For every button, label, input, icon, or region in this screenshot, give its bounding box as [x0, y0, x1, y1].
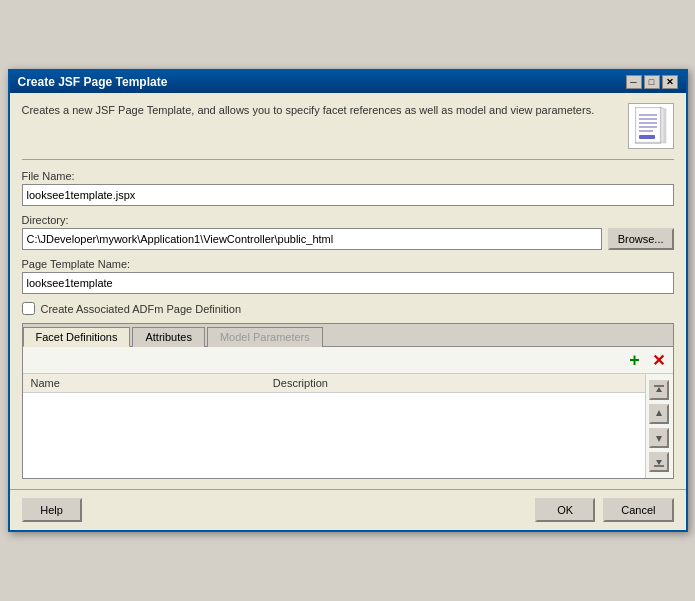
tab-model-parameters: Model Parameters	[207, 327, 323, 347]
checkbox-row: Create Associated ADFm Page Definition	[22, 302, 674, 315]
maximize-button[interactable]: □	[644, 75, 660, 89]
cancel-button[interactable]: Cancel	[603, 498, 673, 522]
move-down-button[interactable]	[649, 428, 669, 448]
description-row: Creates a new JSF Page Template, and all…	[22, 103, 674, 149]
move-up-button[interactable]	[649, 404, 669, 424]
move-bottom-button[interactable]	[649, 452, 669, 472]
svg-marker-13	[656, 436, 662, 442]
svg-marker-14	[656, 460, 662, 465]
remove-button[interactable]: ✕	[649, 350, 669, 370]
adfm-checkbox[interactable]	[22, 302, 35, 315]
file-name-label: File Name:	[22, 170, 674, 182]
dialog-title: Create JSF Page Template	[18, 75, 168, 89]
page-template-name-input[interactable]	[22, 272, 674, 294]
title-bar: Create JSF Page Template ─ □ ✕	[10, 71, 686, 93]
col-description-header: Description	[265, 374, 645, 393]
tabs-container: Facet Definitions Attributes Model Param…	[22, 323, 674, 479]
svg-marker-12	[656, 410, 662, 416]
directory-group: Directory: Browse...	[22, 214, 674, 250]
close-button[interactable]: ✕	[662, 75, 678, 89]
tab-attributes[interactable]: Attributes	[132, 327, 204, 347]
dialog-window: Create JSF Page Template ─ □ ✕ Creates a…	[8, 69, 688, 532]
data-table: Name Description	[23, 374, 645, 478]
footer-right-buttons: OK Cancel	[535, 498, 673, 522]
title-bar-buttons: ─ □ ✕	[626, 75, 678, 89]
svg-marker-11	[656, 387, 662, 392]
dialog-footer: Help OK Cancel	[10, 489, 686, 530]
document-icon	[628, 103, 674, 149]
directory-row: Browse...	[22, 228, 674, 250]
directory-input[interactable]	[22, 228, 602, 250]
browse-button[interactable]: Browse...	[608, 228, 674, 250]
add-button[interactable]: +	[625, 350, 645, 370]
description-text: Creates a new JSF Page Template, and all…	[22, 103, 616, 118]
svg-rect-7	[639, 135, 655, 139]
page-template-name-label: Page Template Name:	[22, 258, 674, 270]
directory-label: Directory:	[22, 214, 674, 226]
help-button[interactable]: Help	[22, 498, 82, 522]
separator-1	[22, 159, 674, 160]
tab-bar: Facet Definitions Attributes Model Param…	[23, 324, 673, 347]
move-top-button[interactable]	[649, 380, 669, 400]
table-body	[23, 393, 645, 478]
table-area: Name Description	[23, 374, 673, 478]
col-name-header: Name	[23, 374, 265, 393]
ok-button[interactable]: OK	[535, 498, 595, 522]
adfm-checkbox-label: Create Associated ADFm Page Definition	[41, 303, 242, 315]
tab-content: + ✕ Name Description	[23, 347, 673, 478]
dialog-body: Creates a new JSF Page Template, and all…	[10, 93, 686, 489]
tab-facet-definitions[interactable]: Facet Definitions	[23, 327, 131, 347]
file-name-input[interactable]	[22, 184, 674, 206]
svg-rect-9	[661, 108, 664, 142]
minimize-button[interactable]: ─	[626, 75, 642, 89]
tab-toolbar: + ✕	[23, 347, 673, 374]
nav-buttons	[645, 374, 673, 478]
page-template-name-group: Page Template Name:	[22, 258, 674, 294]
file-name-group: File Name:	[22, 170, 674, 206]
